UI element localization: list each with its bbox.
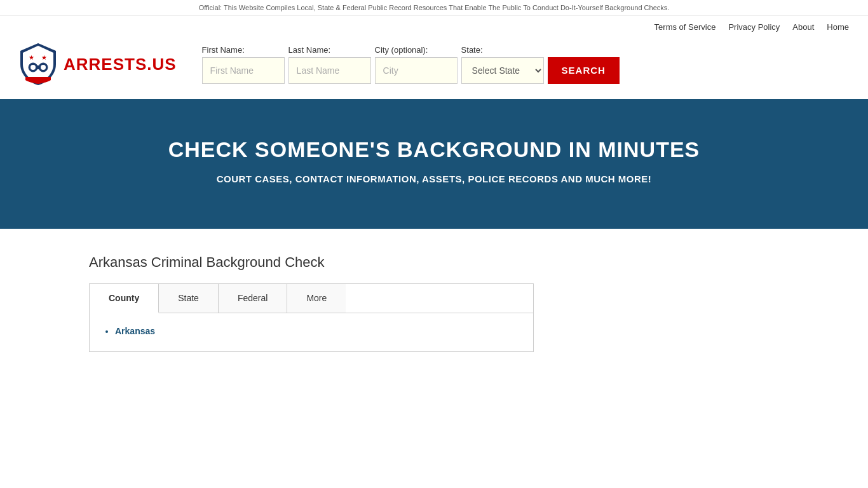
tab-federal[interactable]: Federal bbox=[219, 284, 287, 313]
svg-text:★: ★ bbox=[41, 54, 47, 61]
lastname-field: Last Name: bbox=[288, 45, 371, 84]
state-field: State: Select State Alabama Alaska Arkan… bbox=[461, 45, 544, 84]
firstname-field: First Name: bbox=[202, 45, 285, 84]
county-list: Arkansas bbox=[102, 323, 520, 339]
state-select[interactable]: Select State Alabama Alaska Arkansas Cal… bbox=[461, 57, 544, 84]
hero-subheading: COURT CASES, CONTACT INFORMATION, ASSETS… bbox=[13, 173, 855, 184]
lastname-input[interactable] bbox=[288, 57, 371, 84]
nav-terms[interactable]: Terms of Service bbox=[654, 22, 716, 32]
city-input[interactable] bbox=[375, 57, 458, 84]
state-label: State: bbox=[461, 45, 544, 55]
svg-rect-6 bbox=[36, 65, 41, 69]
header-nav: Terms of Service Privacy Policy About Ho… bbox=[19, 16, 849, 36]
nav-home[interactable]: Home bbox=[827, 22, 849, 32]
nav-about[interactable]: About bbox=[792, 22, 814, 32]
logo[interactable]: ★ ★ ARRESTS.US bbox=[19, 42, 177, 86]
hero-heading: CHECK SOMEONE'S BACKGROUND IN MINUTES bbox=[13, 137, 855, 162]
top-bar: Official: This Website Compiles Local, S… bbox=[0, 0, 868, 16]
svg-point-5 bbox=[41, 65, 46, 70]
svg-text:★: ★ bbox=[29, 54, 34, 61]
firstname-label: First Name: bbox=[202, 45, 285, 55]
lastname-label: Last Name: bbox=[288, 45, 371, 55]
list-item[interactable]: Arkansas bbox=[115, 323, 520, 339]
header: Terms of Service Privacy Policy About Ho… bbox=[0, 16, 868, 99]
svg-point-4 bbox=[31, 65, 36, 70]
header-main: ★ ★ ARRESTS.US First Name: La bbox=[19, 36, 849, 99]
city-label: City (optional): bbox=[375, 45, 458, 55]
section-title: Arkansas Criminal Background Check bbox=[89, 254, 779, 271]
tab-content-county: Arkansas bbox=[90, 313, 533, 351]
search-form: First Name: Last Name: City (optional): … bbox=[202, 45, 620, 84]
tab-state[interactable]: State bbox=[159, 284, 219, 313]
tabs-header: County State Federal More bbox=[90, 284, 533, 313]
tab-county[interactable]: County bbox=[90, 284, 159, 313]
city-field: City (optional): bbox=[375, 45, 458, 84]
firstname-input[interactable] bbox=[202, 57, 285, 84]
logo-text: ARRESTS.US bbox=[64, 55, 177, 74]
main-content: Arkansas Criminal Background Check Count… bbox=[0, 229, 868, 377]
tabs-container: County State Federal More Arkansas bbox=[89, 283, 534, 352]
search-button[interactable]: SEARCH bbox=[548, 57, 620, 84]
hero-banner: CHECK SOMEONE'S BACKGROUND IN MINUTES CO… bbox=[0, 99, 868, 229]
logo-shield-icon: ★ ★ bbox=[19, 42, 57, 86]
top-bar-text: Official: This Website Compiles Local, S… bbox=[199, 4, 670, 11]
tab-more[interactable]: More bbox=[287, 284, 346, 313]
nav-privacy[interactable]: Privacy Policy bbox=[728, 22, 780, 32]
